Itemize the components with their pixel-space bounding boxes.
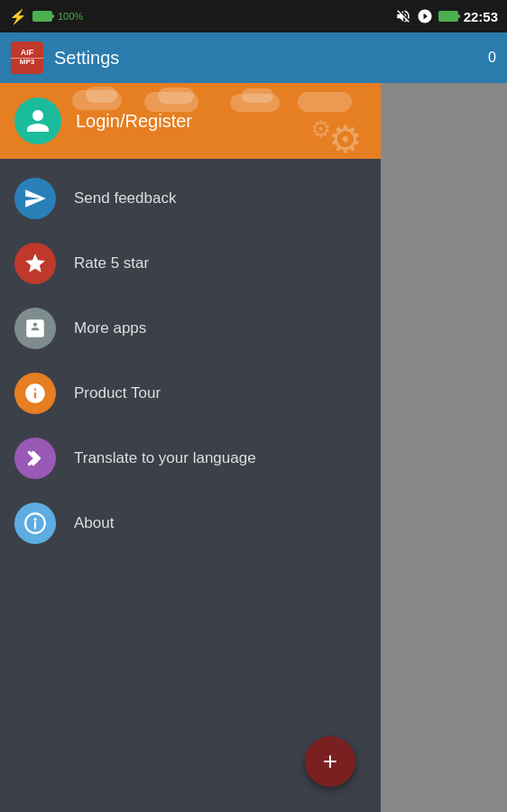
rate-icon	[23, 252, 47, 275]
status-left: ⚡ 100%	[9, 8, 83, 25]
send-feedback-label: Send feedback	[74, 189, 176, 208]
cloud-1b	[86, 87, 117, 103]
toolbar: AIF MP3 Settings 0	[0, 32, 507, 83]
svg-point-1	[33, 518, 36, 521]
about-icon-circle	[14, 503, 56, 544]
app-icon-line2: MP3	[20, 59, 34, 67]
about-label: About	[74, 514, 114, 532]
fab-button[interactable]: +	[305, 736, 355, 787]
gear-large: ⚙	[328, 121, 363, 159]
login-banner[interactable]: ⚙ ⚙ Login/Register	[0, 83, 381, 159]
rate-label: Rate 5 star	[74, 254, 149, 272]
gear-small: ⚙	[310, 117, 331, 141]
app-icon: AIF MP3	[11, 42, 43, 74]
menu-item-rate-5-star[interactable]: Rate 5 star	[0, 231, 381, 296]
send-feedback-icon	[23, 187, 47, 210]
screen: ⚡ 100% 22:53 AIF MP3 Settings 0	[0, 0, 507, 812]
app-panel: ⚙ ⚙ Login/Register	[0, 83, 381, 812]
right-panel	[381, 83, 507, 812]
app-icon-line1: AIF	[21, 49, 34, 58]
product-tour-icon	[23, 382, 47, 405]
block-icon	[417, 8, 433, 24]
translate-icon	[23, 447, 47, 470]
avatar-icon	[24, 107, 51, 134]
translate-label: Translate to your language	[74, 449, 256, 467]
more-apps-label: More apps	[74, 319, 146, 337]
menu-item-about[interactable]: About	[0, 491, 381, 556]
menu-list: Send feedback Rate 5 star	[0, 159, 381, 563]
translate-icon-circle	[14, 438, 56, 479]
cloud-2b	[158, 88, 194, 104]
menu-item-translate[interactable]: Translate to your language	[0, 426, 381, 491]
battery-icon	[438, 11, 458, 22]
battery-percent: 100%	[58, 11, 83, 22]
cloud-4	[298, 92, 352, 112]
login-text: Login/Register	[76, 111, 192, 132]
menu-item-product-tour[interactable]: Product Tour	[0, 361, 381, 426]
menu-item-send-feedback[interactable]: Send feedback	[0, 166, 381, 231]
toolbar-title: Settings	[54, 48, 477, 69]
time-display: 22:53	[464, 9, 498, 24]
status-bar: ⚡ 100% 22:53	[0, 0, 507, 32]
product-tour-label: Product Tour	[74, 384, 161, 402]
send-feedback-icon-circle	[14, 178, 56, 219]
usb-icon: ⚡	[9, 8, 27, 25]
more-apps-icon-circle	[14, 308, 56, 349]
user-avatar	[14, 97, 61, 144]
cloud-3b	[242, 88, 273, 103]
fab-plus-icon: +	[323, 749, 337, 774]
mute-icon	[395, 8, 411, 24]
rate-icon-circle	[14, 243, 56, 284]
status-right: 22:53	[395, 8, 498, 24]
toolbar-badge: 0	[488, 50, 496, 66]
battery-status-icon	[32, 11, 52, 22]
more-apps-icon	[23, 317, 47, 340]
menu-item-more-apps[interactable]: More apps	[0, 296, 381, 361]
about-icon	[23, 512, 47, 535]
product-tour-icon-circle	[14, 373, 56, 414]
content-row: ⚙ ⚙ Login/Register	[0, 83, 507, 812]
